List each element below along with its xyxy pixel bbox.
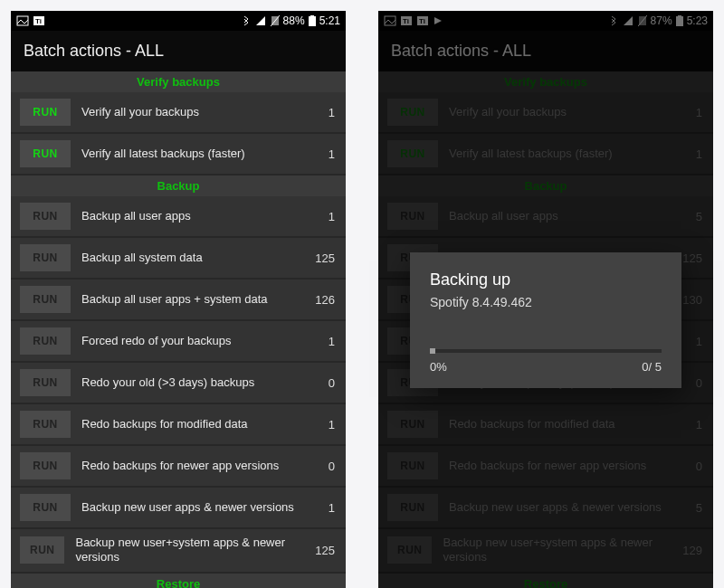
row-count: 0 bbox=[313, 376, 337, 390]
row-count: 1 bbox=[313, 335, 337, 348]
row-forced-redo[interactable]: RUN Forced redo of your backups 1 bbox=[11, 321, 346, 363]
row-redo-newer[interactable]: RUN Redo backups for newer app versions … bbox=[11, 446, 346, 488]
row-label: Redo backups for modified data bbox=[81, 417, 302, 432]
app-icon: Ti bbox=[416, 15, 429, 26]
row-label: Backup new user apps & newer versions bbox=[81, 500, 302, 515]
row-backup-all-both[interactable]: RUN Backup all user apps + system data 1… bbox=[11, 280, 346, 321]
run-button[interactable]: RUN bbox=[20, 244, 71, 271]
run-button[interactable]: RUN bbox=[387, 286, 438, 313]
run-button[interactable]: RUN bbox=[387, 203, 438, 230]
section-verify: Verify backups bbox=[11, 71, 346, 92]
wifi-icon bbox=[622, 15, 634, 26]
run-button[interactable]: RUN bbox=[20, 452, 71, 479]
row-count: 125 bbox=[313, 251, 337, 265]
svg-marker-3 bbox=[256, 16, 265, 25]
row-redo-newer[interactable]: RUN Redo backups for newer app versions … bbox=[378, 446, 713, 488]
play-icon bbox=[433, 15, 443, 26]
svg-marker-16 bbox=[434, 17, 442, 24]
battery-icon bbox=[676, 15, 683, 26]
row-count: 129 bbox=[681, 544, 704, 557]
row-count: 0 bbox=[681, 460, 704, 473]
row-count: 1 bbox=[681, 106, 704, 119]
row-count: 1 bbox=[313, 106, 337, 119]
run-button[interactable]: RUN bbox=[20, 140, 71, 167]
row-backup-all-user[interactable]: RUN Backup all user apps 5 bbox=[378, 196, 713, 238]
no-sim-icon bbox=[638, 15, 647, 26]
row-label: Forced redo of your backups bbox=[449, 334, 670, 348]
page-title: Batch actions - ALL bbox=[11, 31, 346, 71]
row-backup-all-user[interactable]: RUN Backup all user apps 1 bbox=[11, 196, 346, 238]
row-count: 0 bbox=[681, 376, 704, 390]
run-button[interactable]: RUN bbox=[20, 327, 71, 355]
clock: 5:23 bbox=[687, 14, 708, 27]
row-label: Verify all your backups bbox=[449, 105, 670, 119]
row-count: 125 bbox=[313, 544, 337, 557]
row-verify-all[interactable]: RUN Verify all your backups 1 bbox=[11, 92, 346, 134]
run-button[interactable]: RUN bbox=[20, 411, 71, 438]
image-icon bbox=[16, 15, 29, 26]
svg-rect-7 bbox=[310, 15, 314, 16]
row-count: 1 bbox=[313, 210, 337, 223]
batch-list: Verify backups RUN Verify all your backu… bbox=[11, 71, 346, 588]
run-button[interactable]: RUN bbox=[20, 286, 71, 313]
row-redo-old[interactable]: RUN Redo your old (>3 days) backups 0 bbox=[378, 363, 713, 404]
run-button[interactable]: RUN bbox=[20, 536, 64, 564]
row-label: Backup new user+system apps & newer vers… bbox=[443, 536, 670, 565]
status-bar: Ti Ti 87% 5:23 bbox=[378, 11, 713, 31]
row-label: Backup all user apps bbox=[449, 209, 670, 223]
row-redo-old[interactable]: RUN Redo your old (>3 days) backups 0 bbox=[11, 363, 346, 404]
row-label: Verify all your backups bbox=[81, 105, 302, 119]
row-redo-mod[interactable]: RUN Redo backups for modified data 1 bbox=[11, 404, 346, 446]
row-backup-new-both[interactable]: RUN Backup new user+system apps & newer … bbox=[11, 529, 346, 574]
row-backup-new-both[interactable]: RUN Backup new user+system apps & newer … bbox=[378, 529, 713, 574]
row-verify-latest[interactable]: RUN Verify all latest backups (faster) 1 bbox=[11, 134, 346, 175]
section-verify: Verify backups bbox=[378, 71, 713, 92]
run-button[interactable]: RUN bbox=[387, 536, 432, 564]
svg-rect-0 bbox=[17, 16, 28, 25]
no-sim-icon bbox=[271, 15, 280, 26]
run-button[interactable]: RUN bbox=[387, 140, 438, 167]
row-label: Backup all user apps + system data bbox=[449, 292, 670, 307]
row-redo-mod[interactable]: RUN Redo backups for modified data 1 bbox=[378, 404, 713, 446]
row-label: Verify all latest backups (faster) bbox=[81, 147, 302, 161]
run-button[interactable]: RUN bbox=[387, 369, 438, 396]
row-label: Redo your old (>3 days) backups bbox=[449, 375, 670, 390]
run-button[interactable]: RUN bbox=[387, 244, 438, 271]
row-backup-all-system[interactable]: RUN Backup all system data 125 bbox=[378, 238, 713, 280]
svg-rect-11 bbox=[385, 16, 395, 25]
row-count: 1 bbox=[313, 501, 337, 515]
svg-marker-17 bbox=[624, 16, 633, 25]
run-button[interactable]: RUN bbox=[387, 411, 438, 438]
run-button[interactable]: RUN bbox=[387, 494, 438, 521]
run-button[interactable]: RUN bbox=[20, 369, 71, 396]
run-button[interactable]: RUN bbox=[387, 99, 438, 126]
bluetooth-icon bbox=[609, 15, 618, 26]
run-button[interactable]: RUN bbox=[387, 452, 438, 479]
row-verify-all[interactable]: RUN Verify all your backups 1 bbox=[378, 92, 713, 134]
section-restore: Restore bbox=[11, 574, 346, 589]
phone-left: Ti 88% 5:21 Batch actions - ALL Verify b… bbox=[11, 11, 346, 588]
run-button[interactable]: RUN bbox=[387, 327, 438, 355]
run-button[interactable]: RUN bbox=[20, 203, 71, 230]
row-backup-all-system[interactable]: RUN Backup all system data 125 bbox=[11, 238, 346, 280]
svg-text:Ti: Ti bbox=[403, 17, 409, 25]
row-label: Backup new user+system apps & newer vers… bbox=[75, 536, 302, 565]
row-label: Backup all user apps + system data bbox=[81, 292, 302, 307]
row-backup-new-user[interactable]: RUN Backup new user apps & newer version… bbox=[11, 488, 346, 529]
run-button[interactable]: RUN bbox=[20, 494, 71, 521]
row-count: 1 bbox=[313, 147, 337, 161]
status-bar: Ti 88% 5:21 bbox=[11, 11, 346, 31]
run-button[interactable]: RUN bbox=[20, 99, 71, 126]
image-icon bbox=[384, 15, 396, 26]
app-icon: Ti bbox=[33, 15, 45, 26]
row-forced-redo[interactable]: RUN Forced redo of your backups 1 bbox=[378, 321, 713, 363]
row-count: 1 bbox=[313, 418, 337, 432]
battery-text: 88% bbox=[283, 14, 305, 27]
row-label: Backup all user apps bbox=[81, 209, 302, 223]
row-backup-all-both[interactable]: RUN Backup all user apps + system data 1… bbox=[378, 280, 713, 321]
row-label: Backup new user apps & newer versions bbox=[449, 500, 670, 515]
row-verify-latest[interactable]: RUN Verify all latest backups (faster) 1 bbox=[378, 134, 713, 175]
row-count: 125 bbox=[681, 251, 704, 265]
svg-rect-21 bbox=[678, 15, 681, 16]
row-backup-new-user[interactable]: RUN Backup new user apps & newer version… bbox=[378, 488, 713, 529]
